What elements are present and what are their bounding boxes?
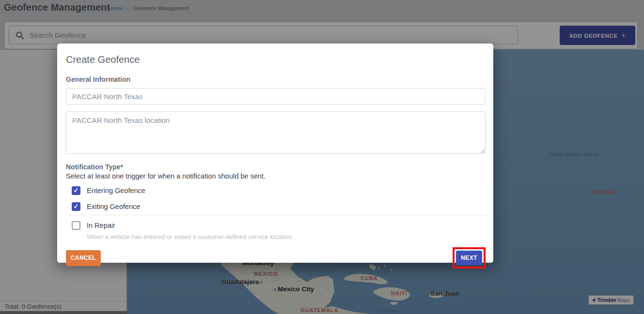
entering-geofence-label: Entering Geofence [87,187,145,194]
modal-title: Create Geofence [66,54,486,65]
annotation-highlight-box: NEXT [453,247,486,269]
checkbox-divider [66,215,486,215]
checkbox-row-exiting[interactable]: Exiting Geofence [66,198,486,214]
notification-type-label: Notification Type* [66,163,486,171]
cancel-button[interactable]: CANCEL [66,250,101,266]
geofence-name-input[interactable] [66,88,486,105]
in-repair-sublabel: When a vehicle has entered or exited a c… [87,233,486,240]
checkbox-row-in-repair[interactable]: In Repair [66,217,486,233]
in-repair-label: In Repair [87,222,115,229]
exiting-geofence-checkbox[interactable] [72,202,80,211]
entering-geofence-checkbox[interactable] [72,186,80,195]
create-geofence-modal: Create Geofence General Information PACC… [57,44,493,263]
geofence-description-textarea[interactable]: PACCAR North Texas location [66,111,486,154]
in-repair-checkbox[interactable] [72,221,80,230]
general-information-label: General Information [66,75,486,83]
notification-hint: Select at least one trigger for when a n… [66,172,486,180]
checkbox-row-entering[interactable]: Entering Geofence [66,182,486,198]
next-button[interactable]: NEXT [456,251,482,265]
exiting-geofence-label: Exiting Geofence [87,203,140,210]
modal-footer: CANCEL NEXT [66,247,486,269]
